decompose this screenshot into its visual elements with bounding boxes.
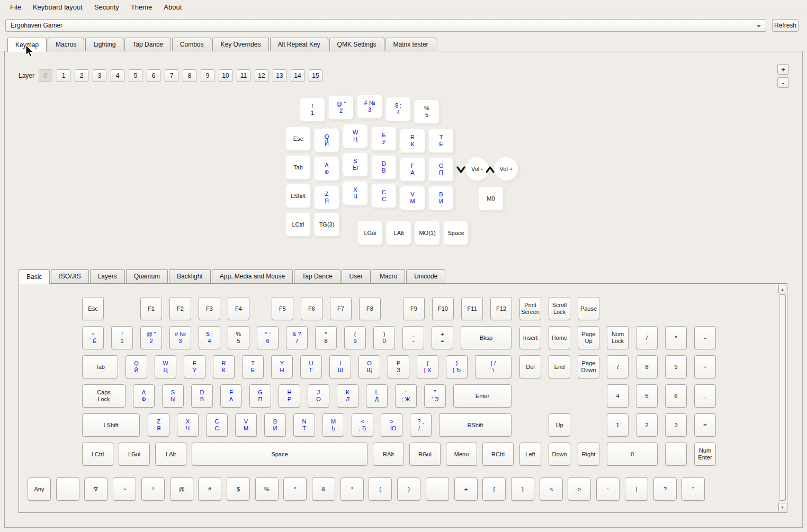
picker-key[interactable]: }] Ъ (446, 355, 468, 378)
picker-key[interactable]: ( (369, 477, 392, 501)
picker-key[interactable]: LД (366, 384, 388, 408)
picker-key[interactable]: Down (549, 443, 570, 466)
picker-key[interactable]: . (665, 443, 687, 466)
picker-key[interactable]: AФ (133, 384, 155, 408)
picker-key[interactable]: {[ Х (417, 355, 438, 378)
picker-key[interactable]: _ (426, 477, 449, 501)
picker-key[interactable]: >. Ю (381, 413, 402, 437)
picker-key[interactable]: # (198, 477, 221, 501)
picker-key[interactable]: Tab (82, 355, 118, 378)
picker-key[interactable]: CapsLock (82, 384, 125, 408)
picker-key[interactable]: *8 (315, 326, 337, 349)
picker-key[interactable]: & (312, 477, 335, 501)
picker-key[interactable]: KЛ (337, 384, 358, 408)
picker-key[interactable]: PageDown (578, 355, 599, 378)
picker-key[interactable]: F7 (330, 297, 352, 320)
picker-key[interactable]: 1 (607, 413, 629, 437)
picker-key[interactable]: (9 (344, 326, 366, 349)
picker-key[interactable]: NumEnter (694, 443, 716, 466)
picker-key[interactable]: / (636, 326, 658, 349)
picker-key[interactable]: DВ (191, 384, 213, 408)
picker-key[interactable]: Enter (453, 384, 512, 408)
picker-key[interactable]: Insert (519, 326, 541, 349)
picker-key[interactable]: Del (519, 355, 541, 378)
tab-keymap[interactable]: Keymap (7, 38, 47, 52)
picker-key[interactable]: 8 (636, 355, 658, 378)
picker-key[interactable]: RAlt (373, 443, 404, 466)
tab-alt-repeat-key[interactable]: Alt Repeat Key (270, 38, 328, 51)
picker-key[interactable]: ZЯ (148, 413, 169, 437)
picker-key[interactable]: Bksp (461, 326, 512, 349)
picker-key[interactable]: - (694, 326, 716, 349)
picker-key[interactable]: F2 (169, 297, 191, 320)
picker-key[interactable]: F3 (199, 297, 220, 320)
picker-key[interactable]: : (596, 477, 620, 501)
picker-key[interactable]: + (454, 477, 478, 501)
picker-key[interactable]: } (511, 477, 534, 501)
picker-key[interactable]: End (549, 355, 570, 378)
picker-key[interactable]: LShift (82, 413, 140, 437)
picker-key[interactable]: XЧ (177, 413, 199, 437)
picker-key[interactable]: 3 (665, 413, 687, 437)
picker-key[interactable]: CС (206, 413, 228, 437)
picker-key[interactable]: 4 (607, 384, 629, 408)
picker-key[interactable]: PrintScreen (519, 297, 541, 320)
picker-key[interactable]: 0 (607, 443, 658, 466)
picker-key[interactable]: ) (397, 477, 420, 501)
picker-key[interactable]: # №3 (169, 326, 191, 349)
picker-key[interactable]: ? ,/ . (410, 413, 432, 437)
picker-key[interactable]: FА (220, 384, 242, 408)
tab-key-overrides[interactable]: Key Overrides (212, 38, 268, 51)
picker-tab-layers[interactable]: Layers (90, 269, 125, 283)
picker-key[interactable]: $ ;4 (199, 326, 220, 349)
picker-key[interactable]: | /\ (475, 355, 512, 378)
picker-key[interactable]: + (694, 355, 716, 378)
picker-key[interactable]: F5 (272, 297, 293, 320)
tab-tap-dance[interactable]: Tap Dance (124, 38, 171, 51)
picker-tab-tap-dance[interactable]: Tap Dance (294, 269, 340, 283)
picker-key[interactable]: NumLock (607, 326, 629, 349)
picker-key[interactable]: & ?7 (286, 326, 308, 349)
picker-tab-user[interactable]: User (342, 269, 371, 283)
picker-key[interactable]: Up (549, 413, 570, 437)
picker-key[interactable]: 6 (665, 384, 687, 408)
picker-key[interactable]: += (432, 326, 453, 349)
picker-key[interactable]: 7 (607, 355, 629, 378)
picker-key[interactable]: F11 (461, 297, 483, 320)
picker-key[interactable]: RShift (439, 413, 512, 437)
tab-matrix-tester[interactable]: Matrix tester (385, 38, 436, 51)
picker-tab-app-media-and-mouse[interactable]: App, Media and Mouse (212, 269, 293, 283)
picker-key[interactable]: Right (578, 443, 599, 466)
picker-key[interactable]: Home (549, 326, 570, 349)
picker-tab-quantum[interactable]: Quantum (126, 269, 168, 283)
picker-key[interactable]: Menu (446, 443, 477, 466)
picker-key[interactable]: Esc (82, 297, 104, 320)
picker-key[interactable]: Any (28, 477, 51, 501)
picker-key[interactable]: F1 (140, 297, 162, 320)
picker-key[interactable]: MЬ (322, 413, 344, 437)
picker-key[interactable]: ! (141, 477, 165, 501)
picker-key[interactable]: EУ (184, 355, 205, 378)
picker-key[interactable]: QЙ (125, 355, 147, 378)
picker-key[interactable]: @ (170, 477, 193, 501)
picker-key[interactable]: YН (271, 355, 293, 378)
picker-key[interactable]: F8 (359, 297, 381, 320)
picker-key[interactable]: @ "2 (140, 326, 162, 349)
picker-key[interactable]: !1 (111, 326, 133, 349)
picker-tab-macro[interactable]: Macro (372, 269, 405, 283)
picker-key[interactable]: * (665, 326, 687, 349)
picker-tab-backlight[interactable]: Backlight (169, 269, 211, 283)
picker-key[interactable]: PЗ (388, 355, 409, 378)
picker-key[interactable]: JО (308, 384, 329, 408)
picker-key[interactable]: " (682, 477, 705, 501)
picker-key[interactable]: :; Ж (395, 384, 417, 408)
picker-key[interactable]: % (255, 477, 279, 501)
picker-tab-unicode[interactable]: Unicode (406, 269, 445, 283)
picker-key[interactable]: 5 (636, 384, 658, 408)
picker-key[interactable]: = (694, 413, 716, 437)
picker-key[interactable]: LGui (119, 443, 150, 466)
picker-key[interactable]: ? (653, 477, 677, 501)
tab-qmk-settings[interactable]: QMK Settings (329, 38, 384, 51)
picker-key[interactable]: NТ (293, 413, 315, 437)
picker-key[interactable]: _- (402, 326, 424, 349)
